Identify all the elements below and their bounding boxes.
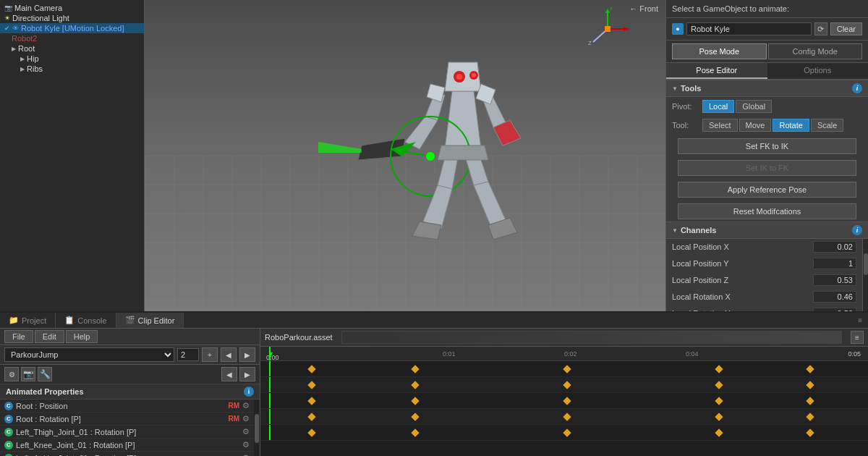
prop-settings-icon[interactable]: ⚙ <box>242 401 250 410</box>
animated-props-info[interactable]: i <box>244 387 254 397</box>
svg-point-6 <box>472 73 476 77</box>
keyframe[interactable] <box>806 413 814 421</box>
file-menu-button[interactable]: File <box>4 330 33 343</box>
hierarchy-item-label: Robot2 <box>12 34 37 43</box>
clear-button[interactable]: Clear <box>830 22 862 35</box>
keyframe[interactable] <box>715 365 723 373</box>
tools-section-header[interactable]: ▼ Tools i <box>666 80 868 97</box>
hierarchy-item-label: Directional Light <box>12 14 69 22</box>
list-item[interactable]: C Root : Position RM ⚙ <box>0 400 254 413</box>
hierarchy-item-root[interactable]: ▶ Root <box>0 43 144 54</box>
keyframe[interactable] <box>308 397 316 405</box>
hierarchy-item-main-camera[interactable]: 📷 Main Camera <box>0 3 144 13</box>
keyframe[interactable] <box>411 413 419 421</box>
keyframe[interactable] <box>411 365 419 373</box>
keyframe[interactable] <box>563 428 571 436</box>
apply-ref-pose-button[interactable]: Apply Reference Pose <box>678 182 856 198</box>
clip-number-input[interactable] <box>177 348 199 361</box>
move-tool-button[interactable]: Move <box>739 119 772 132</box>
keyframe[interactable] <box>308 428 316 436</box>
keyframe[interactable] <box>411 381 419 389</box>
clip-add-btn[interactable]: + <box>202 347 218 362</box>
channels-scrollbar[interactable] <box>862 239 868 311</box>
triangle-icon: ▶ <box>20 66 25 72</box>
hierarchy-item-robot-kyle[interactable]: ✔ 👁 Robot Kyle [UMotion Locked] <box>0 23 144 33</box>
config-mode-button[interactable]: Config Mode <box>768 43 863 59</box>
hierarchy-item-ribs[interactable]: ▶ Ribs <box>0 64 144 74</box>
keyframe[interactable] <box>563 397 571 405</box>
set-fk-ik-container: Set FK to IK <box>666 135 868 158</box>
tab-console[interactable]: 📋 Console <box>56 313 116 328</box>
reset-mods-button[interactable]: Reset Modifcations <box>678 203 856 219</box>
tab-pose-editor[interactable]: Pose Editor <box>666 63 767 79</box>
viewport[interactable]: Y X Z ← Front <box>145 0 665 311</box>
scrubber-bar[interactable] <box>341 331 842 344</box>
prev-frame-button[interactable]: ◀ <box>221 367 237 381</box>
keyframe[interactable] <box>308 381 316 389</box>
keyframe[interactable] <box>715 428 723 436</box>
prop-settings-icon[interactable]: ⚙ <box>242 453 250 456</box>
keyframe[interactable] <box>308 365 316 373</box>
tools-info-icon[interactable]: i <box>852 83 862 93</box>
hierarchy-item-label: Ribs <box>27 64 43 73</box>
prop-settings-icon[interactable]: ⚙ <box>242 440 250 449</box>
keyframe[interactable] <box>806 428 814 436</box>
hierarchy-item-hip[interactable]: ▶ Hip <box>0 54 144 64</box>
bottom-menu-icon[interactable]: ≡ <box>852 313 868 327</box>
keyframe[interactable] <box>411 397 419 405</box>
prop-settings-icon[interactable]: ⚙ <box>242 414 250 423</box>
keyframe[interactable] <box>806 397 814 405</box>
tab-project[interactable]: 📁 Project <box>0 313 56 328</box>
rotate-tool-button[interactable]: Rotate <box>773 119 809 132</box>
go-name-input[interactable] <box>686 22 812 35</box>
keyframe[interactable] <box>715 381 723 389</box>
global-button[interactable]: Global <box>736 100 772 113</box>
edit-menu-button[interactable]: Edit <box>35 330 64 343</box>
select-tool-button[interactable]: Select <box>702 119 738 132</box>
clip-arrow-right[interactable]: ▶ <box>239 347 255 362</box>
keyframe[interactable] <box>563 413 571 421</box>
help-menu-button[interactable]: Help <box>66 330 98 343</box>
scale-tool-button[interactable]: Scale <box>811 119 844 132</box>
channel-value-input[interactable] <box>813 274 856 286</box>
screenshot-button[interactable]: 📷 <box>21 367 35 381</box>
keyframe[interactable] <box>806 365 814 373</box>
tab-clip-editor[interactable]: 🎬 Clip Editor <box>116 313 184 328</box>
hierarchy-item-robot2[interactable]: Robot2 <box>0 33 144 43</box>
scrubber-bg <box>342 332 841 343</box>
keyframe[interactable] <box>715 397 723 405</box>
keyframe[interactable] <box>411 428 419 436</box>
list-item[interactable]: C Root : Rotation [P] RM ⚙ <box>0 413 254 426</box>
hierarchy-item-dir-light[interactable]: ☀ Directional Light <box>0 13 144 23</box>
list-item[interactable]: C Left_Thigh_Joint_01 : Rotation [P] ⚙ <box>0 426 254 439</box>
timeline-menu-btn[interactable]: ≡ <box>851 331 864 344</box>
set-fk-ik-button[interactable]: Set FK to IK <box>678 138 856 154</box>
settings-button[interactable]: ⚙ <box>4 367 19 381</box>
clip-selector[interactable]: ParkourJump <box>4 347 174 362</box>
local-button[interactable]: Local <box>702 100 734 113</box>
channels-info-icon[interactable]: i <box>852 225 862 235</box>
tab-options[interactable]: Options <box>767 63 869 79</box>
next-frame-button[interactable]: ▶ <box>239 367 255 381</box>
keyframe[interactable] <box>806 381 814 389</box>
prop-scroll-thumb <box>255 414 259 443</box>
clip-arrow-left[interactable]: ◀ <box>221 347 237 362</box>
channels-section-header[interactable]: ▼ Channels i <box>666 221 868 239</box>
channel-value-input[interactable] <box>813 241 856 253</box>
channel-value-input[interactable] <box>813 291 856 303</box>
set-ik-fk-button[interactable]: Set IK to FK <box>678 160 856 176</box>
pose-mode-button[interactable]: Pose Mode <box>672 43 767 59</box>
keyframe[interactable] <box>715 413 723 421</box>
prop-scrollbar[interactable] <box>254 400 260 456</box>
add-prop-button[interactable]: 🔧 <box>38 367 52 381</box>
timeline-ruler[interactable]: ▼ 0:00 0:01 0:02 0:04 0:05 <box>260 347 868 361</box>
list-item[interactable]: C Left_Knee_Joint_01 : Rotation [P] ⚙ <box>0 439 254 452</box>
svg-marker-10 <box>318 142 362 153</box>
keyframe[interactable] <box>308 413 316 421</box>
channel-value-input[interactable] <box>813 258 856 269</box>
refresh-button[interactable]: ⟳ <box>814 22 827 35</box>
keyframe[interactable] <box>563 381 571 389</box>
prop-settings-icon[interactable]: ⚙ <box>242 427 250 436</box>
list-item[interactable]: C Left_Ankle_Joint_01 : Rotation [P] ⚙ <box>0 452 254 456</box>
keyframe[interactable] <box>563 365 571 373</box>
